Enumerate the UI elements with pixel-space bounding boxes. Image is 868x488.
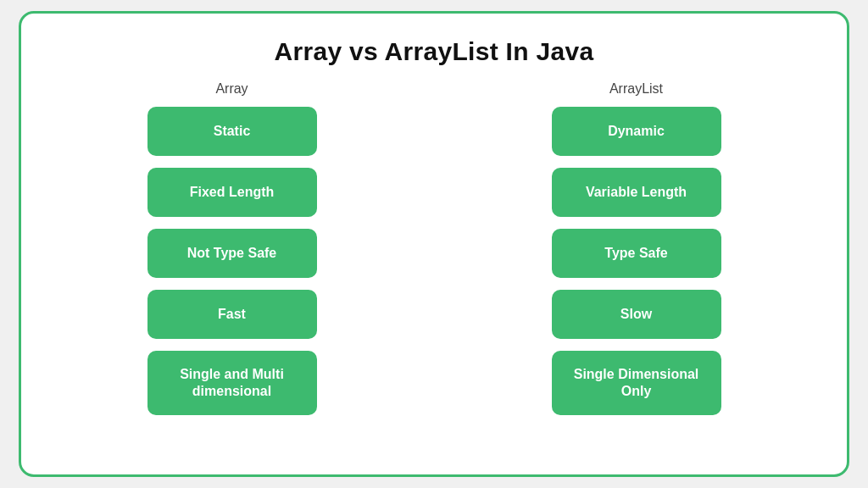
array-item-fixed-length: Fixed Length	[147, 168, 317, 217]
arraylist-item-single-dimensional: Single Dimensional Only	[552, 351, 721, 415]
arraylist-row-0: Dynamic	[459, 107, 813, 156]
main-card: Array vs ArrayList In Java Array Static …	[19, 11, 849, 477]
arraylist-item-slow: Slow	[552, 290, 721, 339]
array-item-fast: Fast	[147, 290, 317, 339]
array-row-0: Static	[55, 107, 409, 156]
arraylist-item-dynamic: Dynamic	[552, 107, 721, 156]
array-column-header: Array	[215, 81, 248, 97]
arraylist-row-1: Variable Length	[459, 168, 813, 217]
array-row-4: Single and Multi dimensional	[55, 351, 409, 415]
array-item-static: Static	[147, 107, 317, 156]
arraylist-row-3: Slow	[459, 290, 813, 339]
arraylist-column: ArrayList Dynamic Variable Length Type S…	[459, 81, 813, 458]
arraylist-row-4: Single Dimensional Only	[459, 351, 813, 415]
arraylist-row-2: Type Safe	[459, 229, 813, 278]
arraylist-item-type-safe: Type Safe	[552, 229, 721, 278]
arraylist-item-variable-length: Variable Length	[552, 168, 721, 217]
page-title: Array vs ArrayList In Java	[275, 37, 594, 66]
columns-wrapper: Array Static Fixed Length Not Type Safe …	[55, 81, 813, 458]
array-row-1: Fixed Length	[55, 168, 409, 217]
column-divider	[409, 81, 459, 458]
array-row-3: Fast	[55, 290, 409, 339]
array-item-not-type-safe: Not Type Safe	[147, 229, 317, 278]
array-item-multi-dimensional: Single and Multi dimensional	[147, 351, 317, 415]
array-row-2: Not Type Safe	[55, 229, 409, 278]
array-column: Array Static Fixed Length Not Type Safe …	[55, 81, 409, 458]
arraylist-column-header: ArrayList	[609, 81, 663, 97]
